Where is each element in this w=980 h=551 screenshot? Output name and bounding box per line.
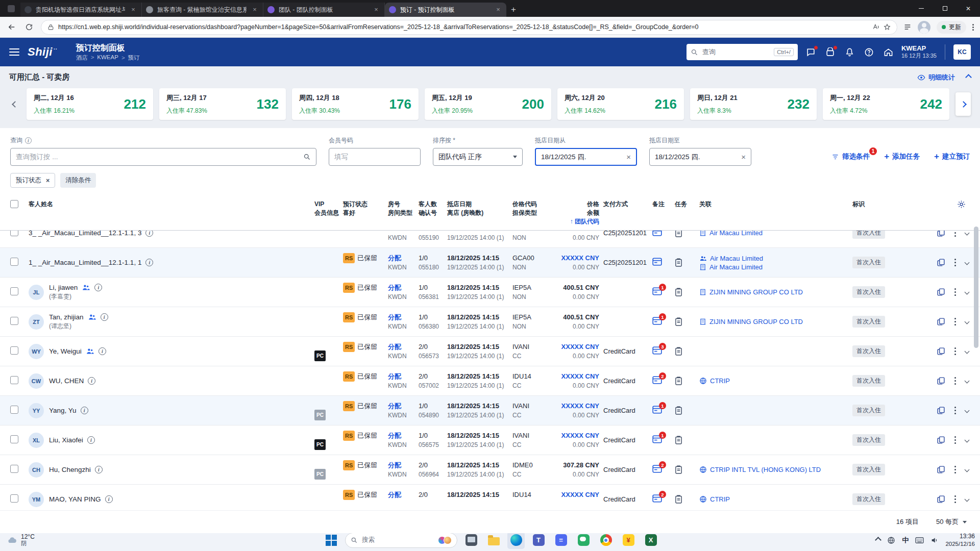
tasks-clipboard-icon[interactable] bbox=[675, 258, 695, 267]
table-row[interactable]: ZT Tan, zhijian i (谭志坚) RS已保留 分配KWDN 1/0… bbox=[0, 307, 980, 337]
tab-close-icon[interactable]: × bbox=[494, 6, 502, 14]
guest-name[interactable]: Ye, Weigui bbox=[49, 347, 82, 355]
linked-profile-link[interactable]: ZIJIN MINING GROUP CO LTD bbox=[699, 318, 848, 325]
breadcrumb-property[interactable]: KWEAP bbox=[91, 54, 118, 62]
table-row[interactable]: YY Yang, Yu i PC RS已保留 分配KWDN 1/0054890 … bbox=[0, 396, 980, 425]
tab-close-icon[interactable]: × bbox=[372, 6, 380, 14]
price[interactable]: XXXXX CNY bbox=[552, 490, 599, 499]
linked-profile-link[interactable]: CTRIP bbox=[699, 377, 848, 385]
col-payment[interactable]: 支付方式 bbox=[603, 200, 652, 209]
read-aloud-icon[interactable] bbox=[872, 23, 879, 31]
expand-row-icon[interactable] bbox=[965, 497, 970, 502]
expand-row-icon[interactable] bbox=[965, 438, 970, 443]
info-icon[interactable]: i bbox=[81, 407, 88, 414]
linked-profile-link[interactable]: CTRIP bbox=[699, 495, 848, 503]
registration-card-icon[interactable] bbox=[937, 495, 945, 504]
chip-reservation-status[interactable]: 预订状态 × bbox=[10, 173, 55, 188]
assign-room-link[interactable]: 分配 bbox=[388, 313, 414, 322]
table-row[interactable]: JL Li, jiawen i (李嘉雯) RS已保留 分配KWDN 1/005… bbox=[0, 278, 980, 307]
notes-icon[interactable]: 1 bbox=[652, 287, 662, 295]
notes-icon[interactable]: 3 bbox=[652, 346, 662, 355]
guest-name[interactable]: Yang, Yu bbox=[49, 407, 77, 414]
tasks-clipboard-icon[interactable] bbox=[675, 406, 695, 415]
registration-card-icon[interactable] bbox=[937, 258, 945, 267]
col-guests[interactable]: 客人数确认号 bbox=[419, 200, 447, 217]
price[interactable]: XXXXX CNY bbox=[552, 372, 599, 381]
clear-conditions-button[interactable]: 清除条件 bbox=[60, 173, 96, 188]
guest-name[interactable]: Tan, zhijian bbox=[49, 313, 84, 321]
workspace-icon[interactable] bbox=[4, 2, 18, 16]
page-size-select[interactable]: 50 每页 bbox=[936, 517, 967, 527]
refresh-icon[interactable] bbox=[23, 21, 35, 33]
tasks-clipboard-icon[interactable] bbox=[675, 495, 695, 504]
assign-room-link[interactable]: 分配 bbox=[388, 461, 414, 470]
row-checkbox[interactable] bbox=[10, 346, 18, 355]
notes-icon[interactable]: 2 bbox=[652, 465, 662, 473]
info-icon[interactable]: i bbox=[25, 137, 32, 144]
expand-row-icon[interactable] bbox=[965, 231, 970, 235]
clear-icon[interactable]: × bbox=[626, 153, 631, 161]
guest-name[interactable]: Li, jiawen bbox=[49, 284, 78, 291]
notes-icon[interactable] bbox=[652, 258, 662, 266]
row-checkbox[interactable] bbox=[10, 494, 18, 503]
site-info-icon[interactable] bbox=[47, 24, 54, 31]
user-avatar[interactable]: KC bbox=[953, 44, 971, 60]
table-row[interactable]: CW WU, CHEN i RS已保留 分配KWDN 2/0057002 18/… bbox=[0, 366, 980, 396]
taskbar-clock[interactable]: 13:36 2025/12/16 bbox=[945, 533, 975, 548]
edge-icon[interactable] bbox=[507, 532, 525, 549]
clear-icon[interactable]: × bbox=[741, 153, 746, 161]
home-icon[interactable] bbox=[884, 47, 893, 57]
availability-card[interactable]: 周四, 12月 18 入住率 30.43% 176 bbox=[292, 88, 419, 120]
price[interactable]: XXXXX CNY bbox=[552, 342, 599, 352]
cards-next-icon[interactable] bbox=[955, 92, 971, 116]
browser-update-button[interactable]: 更新 bbox=[937, 21, 966, 34]
url-field[interactable]: https://cn1.web.ep.shiji.world/individua… bbox=[41, 20, 897, 35]
remove-chip-icon[interactable]: × bbox=[46, 177, 50, 184]
linked-profile-link[interactable]: Air Macau Limited bbox=[699, 231, 848, 237]
file-explorer-icon[interactable] bbox=[485, 532, 502, 549]
col-price-sort[interactable]: 价格余额↑ 团队代码 bbox=[552, 200, 603, 226]
col-links[interactable]: 关联 bbox=[699, 200, 852, 209]
wechat-icon[interactable] bbox=[575, 532, 592, 549]
row-more-menu-icon[interactable] bbox=[954, 377, 957, 385]
row-checkbox[interactable] bbox=[10, 317, 18, 325]
chrome-icon[interactable] bbox=[597, 532, 615, 549]
tasks-clipboard-icon[interactable] bbox=[675, 317, 695, 326]
notes-icon[interactable]: 1 bbox=[652, 435, 662, 443]
price[interactable]: 400.51 CNY bbox=[552, 283, 599, 292]
notes-icon[interactable]: 1 bbox=[652, 317, 662, 325]
tasks-clipboard-icon[interactable] bbox=[675, 377, 695, 385]
tab-close-icon[interactable]: × bbox=[251, 6, 259, 14]
row-more-menu-icon[interactable] bbox=[954, 495, 957, 504]
table-row[interactable]: WY Ye, Weigui i PC RS已保留 分配KWDN 2/005657… bbox=[0, 337, 980, 366]
availability-card[interactable]: 周五, 12月 19 入住率 20.95% 200 bbox=[425, 88, 551, 120]
table-row[interactable]: XL Liu, Xiaofei i PC RS已保留 分配KWDN 1/0056… bbox=[0, 425, 980, 455]
linked-profile-link[interactable]: Air Macau Limited bbox=[699, 263, 848, 271]
row-more-menu-icon[interactable] bbox=[954, 436, 957, 444]
linked-profile-link[interactable]: CTRIP INTL TVL (HONG KONG) LTD bbox=[699, 466, 848, 473]
row-checkbox[interactable] bbox=[10, 465, 18, 473]
col-dates[interactable]: 抵店日期离店 (房晚数) bbox=[447, 200, 512, 217]
availability-card[interactable]: 周日, 12月 21 入住率 8.3% 232 bbox=[690, 88, 817, 120]
cards-prev-icon[interactable] bbox=[9, 102, 20, 107]
col-guest-name[interactable]: 客人姓名 bbox=[29, 200, 314, 209]
row-checkbox[interactable] bbox=[10, 231, 18, 236]
collapse-summary-icon[interactable] bbox=[965, 74, 972, 81]
touch-keyboard-icon[interactable] bbox=[915, 537, 924, 544]
row-more-menu-icon[interactable] bbox=[954, 318, 957, 326]
price[interactable]: XXXXX CNY bbox=[552, 431, 599, 440]
availability-card[interactable]: 周六, 12月 20 入住率 14.62% 216 bbox=[557, 88, 684, 120]
info-icon[interactable]: i bbox=[145, 231, 153, 237]
group-profile-icon[interactable] bbox=[86, 347, 94, 356]
maximize-button[interactable] bbox=[933, 0, 957, 17]
row-more-menu-icon[interactable] bbox=[954, 288, 957, 296]
availability-card[interactable]: 周二, 12月 16 入住率 16.21% 212 bbox=[27, 88, 153, 120]
col-notes[interactable]: 备注 bbox=[652, 200, 675, 209]
info-icon[interactable]: i bbox=[145, 259, 153, 266]
sort-indicator[interactable]: ↑ 团队代码 bbox=[552, 217, 599, 226]
expand-row-icon[interactable] bbox=[965, 467, 970, 472]
expand-row-icon[interactable] bbox=[965, 290, 970, 295]
expand-row-icon[interactable] bbox=[965, 408, 970, 413]
linked-profile-link[interactable]: Air Macau Limited bbox=[699, 255, 848, 262]
group-profile-icon[interactable] bbox=[88, 313, 96, 321]
